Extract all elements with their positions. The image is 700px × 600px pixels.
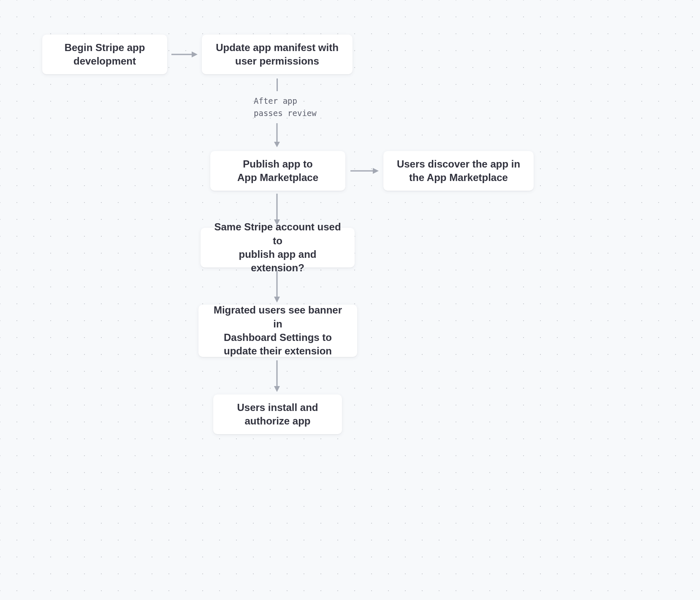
node-label: Users install andauthorize app [237,401,318,428]
node-label: Same Stripe account used topublish app a… [212,220,344,275]
annotation-after-review: After apppasses review [254,95,317,119]
arrow-icon [350,167,379,175]
svg-marker-1 [192,51,198,57]
node-label: Update app manifest withuser permissions [216,41,339,68]
node-label: Begin Stripe appdevelopment [65,41,145,68]
arrow-icon [171,51,198,58]
node-publish-app-to-marketplace: Publish app toApp Marketplace [210,151,345,191]
svg-marker-11 [274,386,280,392]
svg-marker-3 [274,142,280,147]
svg-marker-5 [373,168,379,174]
node-users-install-authorize: Users install andauthorize app [213,395,342,434]
node-label: Users discover the app inthe App Marketp… [397,157,520,185]
arrow-banner-to-install [273,359,281,392]
arrow-sameaccount-to-banner [273,270,281,303]
node-update-app-manifest: Update app manifest withuser permissions [202,35,353,74]
arrow-icon [273,359,281,392]
node-begin-stripe-app-development: Begin Stripe appdevelopment [42,35,167,74]
node-migrated-users-banner: Migrated users see banner inDashboard Se… [198,305,357,357]
arrow-begin-to-manifest [171,51,198,58]
arrow-review-to-publish [273,122,281,148]
arrow-icon [273,270,281,303]
arrow-icon [273,122,281,148]
node-same-stripe-account-question: Same Stripe account used topublish app a… [201,228,355,268]
node-users-discover-app: Users discover the app inthe App Marketp… [383,151,534,191]
node-label: Publish app toApp Marketplace [237,157,318,185]
svg-marker-9 [274,297,280,303]
connector-manifest-stub [277,78,278,91]
node-label: Migrated users see banner inDashboard Se… [209,303,346,358]
arrow-publish-to-discover [350,167,379,175]
